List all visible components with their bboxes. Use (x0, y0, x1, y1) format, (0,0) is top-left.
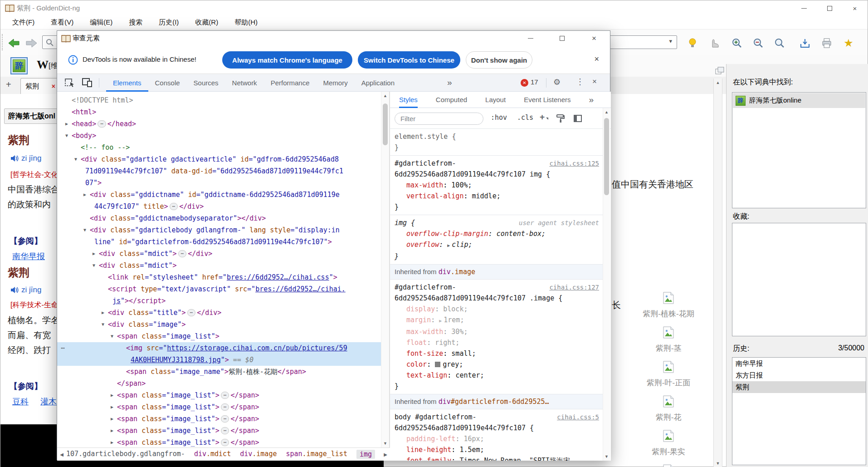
minimize-button[interactable] (791, 0, 817, 16)
styles-tab-layout[interactable]: Layout (485, 92, 506, 108)
inspect-element-button[interactable] (64, 78, 75, 88)
css-selector[interactable]: element.style { (395, 131, 599, 142)
expand-arrow-icon[interactable]: ▶ (82, 189, 88, 201)
broken-image-icon[interactable] (663, 292, 674, 304)
dom-node[interactable]: ▶<span class="image_list">⋯</span> (57, 425, 381, 437)
css-property[interactable]: font-family: Times New Roman, "SPTI辞海宋 (395, 455, 599, 461)
expand-inline-icon[interactable]: ⋯ (221, 392, 229, 399)
broken-image-icon[interactable] (663, 464, 674, 467)
toggle-class-button[interactable]: .cls (517, 113, 533, 122)
expand-inline-icon[interactable]: ⋯ (170, 203, 178, 210)
css-property[interactable]: text-align: center; (395, 370, 599, 381)
expand-arrow-icon[interactable]: ▶ (109, 437, 115, 447)
search-dropdown-chevron-icon[interactable]: ▾ (669, 38, 672, 44)
expand-inline-icon[interactable]: ⋯ (221, 427, 229, 434)
notification-close-icon[interactable]: × (594, 54, 599, 64)
dom-node[interactable]: ▶<span class="image_list">⋯</span> (57, 401, 381, 413)
speaker-icon[interactable] (10, 155, 19, 162)
expand-arrow-icon[interactable]: ▶ (100, 307, 106, 319)
dom-node[interactable]: ▶<div class="gddictname" id="gddictname-… (57, 189, 381, 201)
breadcrumb-scroll-right-icon[interactable]: ▶ (381, 452, 390, 457)
more-tabs-icon[interactable]: » (447, 78, 451, 88)
speaker-icon[interactable] (10, 286, 19, 294)
dom-node[interactable]: ▼<div class="gdarticle gdactivearticle" … (57, 153, 381, 165)
dom-node[interactable]: <span class="image_name">紫荆-植株-花期</span> (57, 366, 381, 378)
menu-item[interactable]: 收藏(R) (195, 18, 218, 27)
dom-node[interactable]: 4AK0HEHUMYJ3118798.jpg"> == $0 (57, 354, 381, 366)
error-count[interactable]: 17 (531, 78, 538, 86)
css-property[interactable]: color: grey; (395, 359, 599, 370)
dom-node[interactable]: <link rel="stylesheet" href="bres://6dd2… (57, 271, 381, 283)
css-selector[interactable]: 6dd2952546ad871d09119e44c79fc107 img { (395, 169, 599, 180)
stylesheet-source-link[interactable]: cihai.css:127 (549, 282, 599, 293)
dom-node[interactable]: ▶<div class="mdict">⋯</div> (57, 248, 381, 260)
css-property[interactable]: margin: ▶1rem; (395, 315, 599, 326)
dictionary-list-item[interactable]: 辞 辞海第七版online (733, 93, 865, 108)
breadcrumb-item[interactable]: 107.gdarticlebody.gdlangfrom- (66, 450, 185, 459)
menu-item[interactable]: 历史(I) (159, 18, 179, 27)
menu-item[interactable]: 文件(F) (12, 18, 34, 27)
expand-inline-icon[interactable]: ⋯ (221, 403, 229, 411)
menu-item[interactable]: 编辑(E) (90, 18, 112, 27)
dom-node[interactable]: <div class="gddictnamebodyseparator"></d… (57, 212, 381, 224)
node-link[interactable]: div.image (439, 268, 475, 275)
article-link[interactable]: 南华早报 (12, 251, 45, 262)
scroll-up-icon[interactable]: ▲ (714, 79, 722, 87)
add-tab-button[interactable]: + (6, 79, 11, 90)
dictbar-item-cihai[interactable]: 辞 (10, 57, 28, 74)
dom-node[interactable]: </span> (57, 378, 381, 389)
dom-node[interactable]: ▶<span class="image_list">⋯</span> (57, 389, 381, 401)
dom-node[interactable]: <!DOCTYPE html> (57, 94, 381, 106)
dictbar-item-wikipedia[interactable]: W (37, 58, 49, 72)
dom-node[interactable]: 07"> (57, 177, 381, 189)
broken-image-icon[interactable] (663, 326, 674, 339)
favorite-button[interactable]: ★ (842, 37, 855, 49)
dom-node[interactable]: ▼<div class="image"> (57, 319, 381, 330)
css-property[interactable]: line-height: 1.5em; (395, 444, 599, 455)
css-selector[interactable]: cihai.css:125#gdarticlefrom- (395, 158, 599, 169)
expand-arrow-icon[interactable]: ▼ (100, 319, 106, 330)
node-link[interactable]: div#gdarticlefrom-6dd29525… (439, 398, 549, 405)
expand-arrow-icon[interactable]: ▶ (109, 401, 115, 413)
expand-arrow-icon[interactable]: ▼ (91, 260, 97, 271)
dom-node[interactable]: line" id="gdarticlefrom-6dd2952546ad871d… (57, 236, 381, 248)
article-scrollbar[interactable]: ▲ ▼ (713, 79, 722, 467)
dom-node[interactable]: ▶<span class="image_list">⋯</span> (57, 413, 381, 425)
devtools-tab-console[interactable]: Console (148, 74, 187, 92)
css-selector[interactable]: cihai.css:127#gdarticlefrom- (395, 282, 599, 293)
expand-arrow-icon[interactable]: ▶ (91, 248, 97, 260)
css-property[interactable]: max-width: 30%; (395, 326, 599, 337)
back-button[interactable] (8, 37, 20, 49)
devtools-tab-performance[interactable]: Performance (264, 74, 317, 92)
css-selector[interactable]: user agent stylesheetimg { (395, 217, 599, 228)
scrollbar-thumb[interactable] (604, 118, 609, 195)
scroll-up-icon[interactable]: ▲ (381, 92, 389, 100)
dom-node[interactable]: ▼<div class="gdarticlebody gdlangfrom-" … (57, 224, 381, 236)
expand-arrow-icon[interactable]: ▶ (63, 118, 70, 130)
dom-node[interactable]: <!-- foo --> (57, 142, 381, 153)
devtools-tab-memory[interactable]: Memory (317, 74, 355, 92)
css-selector[interactable]: 6dd2952546ad871d09119e44c79fc107 .image … (395, 293, 599, 304)
zoom-out-button[interactable] (752, 37, 765, 49)
expand-arrow-icon[interactable]: ▼ (63, 130, 70, 142)
tab-close-icon[interactable]: × (52, 83, 55, 90)
scroll-down-icon[interactable]: ▼ (603, 452, 610, 461)
broken-image-icon[interactable] (663, 361, 674, 373)
scan-popup-button[interactable] (686, 37, 699, 49)
save-article-button[interactable] (799, 37, 811, 49)
dom-node[interactable]: <script type="text/javascript" src="bres… (57, 283, 381, 295)
expand-arrow-icon[interactable]: ▼ (82, 224, 88, 236)
dom-node[interactable]: ⋯<img src="https://storage.cihai.com.cn/… (57, 342, 381, 354)
expand-arrow-icon[interactable]: ▶ (109, 413, 115, 425)
dom-node[interactable]: 71d09119e44c79fc107" data-gd-id="6dd2952… (57, 165, 381, 177)
breadcrumb-item[interactable]: div.mdict (194, 450, 231, 459)
dom-node[interactable]: ▶<head>⋯</head> (57, 118, 381, 130)
dom-node[interactable]: ▼<body> (57, 130, 381, 142)
settings-gear-icon[interactable]: ⚙ (553, 77, 561, 87)
maximize-button[interactable] (817, 0, 842, 16)
toolbar-drag-handle[interactable] (2, 34, 3, 50)
expand-arrow-icon[interactable]: ▶ (447, 243, 450, 248)
expand-inline-icon[interactable]: ⋯ (187, 309, 196, 316)
devtools-maximize-button[interactable] (553, 31, 571, 45)
menu-item[interactable]: 帮助(H) (234, 18, 258, 27)
